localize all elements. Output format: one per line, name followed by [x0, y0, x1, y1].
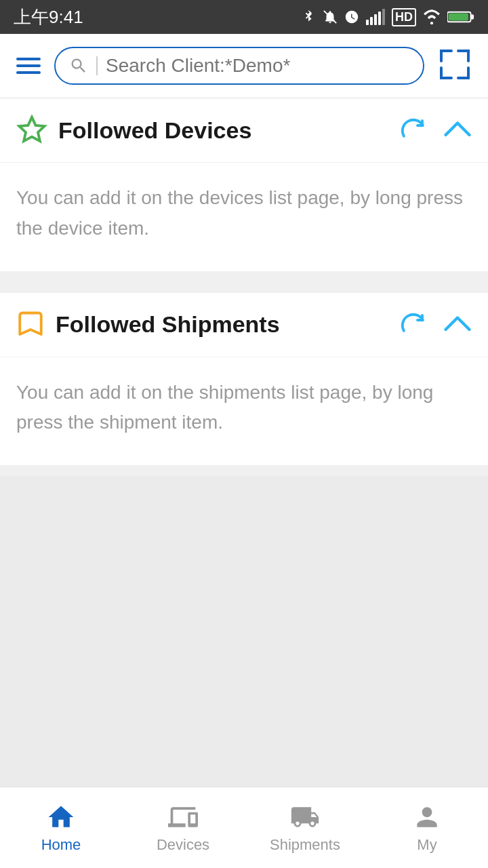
followed-devices-collapse[interactable] — [443, 120, 472, 140]
status-bar: 上午9:41 HD — [0, 0, 488, 34]
devices-icon — [168, 802, 198, 832]
followed-devices-actions — [399, 116, 472, 144]
svg-rect-2 — [370, 17, 373, 25]
svg-rect-8 — [449, 14, 468, 21]
wifi-icon — [423, 9, 441, 24]
search-input[interactable] — [106, 55, 409, 77]
person-icon — [412, 802, 442, 832]
followed-devices-refresh[interactable] — [399, 116, 427, 144]
bottom-nav: Home Devices Shipments My — [0, 787, 488, 868]
nav-item-devices[interactable]: Devices — [122, 787, 244, 868]
bluetooth-icon — [301, 8, 316, 26]
truck-icon — [290, 802, 320, 832]
svg-rect-4 — [378, 12, 381, 25]
content-background — [0, 476, 488, 787]
scan-button[interactable] — [435, 45, 474, 87]
followed-shipments-collapse[interactable] — [443, 315, 472, 335]
followed-shipments-header: Followed Shipments — [0, 293, 488, 357]
followed-shipments-refresh[interactable] — [399, 311, 427, 339]
main-content: Followed Devices You can add it on the d… — [0, 98, 488, 787]
search-divider — [96, 56, 98, 75]
svg-rect-7 — [471, 14, 474, 19]
alarm-icon — [344, 8, 359, 26]
home-icon — [46, 802, 76, 832]
followed-devices-empty-text: You can add it on the devices list page,… — [16, 183, 472, 244]
menu-line-2 — [16, 64, 41, 67]
menu-line-1 — [16, 58, 41, 60]
nav-label-shipments: Shipments — [270, 836, 340, 854]
nav-item-home[interactable]: Home — [0, 787, 122, 868]
svg-rect-1 — [366, 20, 369, 25]
muted-icon — [323, 8, 338, 26]
status-time: 上午9:41 — [14, 5, 83, 29]
section-separator — [0, 282, 488, 293]
svg-rect-3 — [374, 14, 377, 25]
search-box[interactable] — [54, 47, 424, 85]
svg-rect-5 — [382, 9, 385, 25]
signal-icon — [366, 8, 385, 26]
header — [0, 34, 488, 98]
menu-button[interactable] — [14, 55, 43, 77]
nav-label-my: My — [417, 836, 436, 854]
followed-shipments-section: Followed Shipments You can add it on the… — [0, 293, 488, 466]
nav-label-home: Home — [41, 836, 81, 854]
followed-shipments-empty-text: You can add it on the shipments list pag… — [16, 378, 472, 439]
bookmark-icon — [16, 309, 45, 340]
followed-devices-section: Followed Devices You can add it on the d… — [0, 98, 488, 271]
status-icons: HD — [301, 8, 474, 26]
nav-item-my[interactable]: My — [366, 787, 488, 868]
battery-icon — [447, 9, 474, 24]
followed-shipments-actions — [399, 311, 472, 339]
menu-line-3 — [16, 71, 41, 74]
followed-shipments-title: Followed Shipments — [56, 311, 399, 338]
followed-devices-header: Followed Devices — [0, 98, 488, 163]
followed-shipments-body: You can add it on the shipments list pag… — [0, 357, 488, 466]
scan-icon — [438, 47, 472, 81]
followed-devices-body: You can add it on the devices list page,… — [0, 163, 488, 271]
star-icon — [16, 115, 47, 146]
search-icon — [69, 56, 88, 75]
hd-badge: HD — [392, 8, 416, 26]
nav-item-shipments[interactable]: Shipments — [244, 787, 366, 868]
followed-devices-title: Followed Devices — [58, 117, 399, 144]
nav-label-devices: Devices — [157, 836, 209, 854]
